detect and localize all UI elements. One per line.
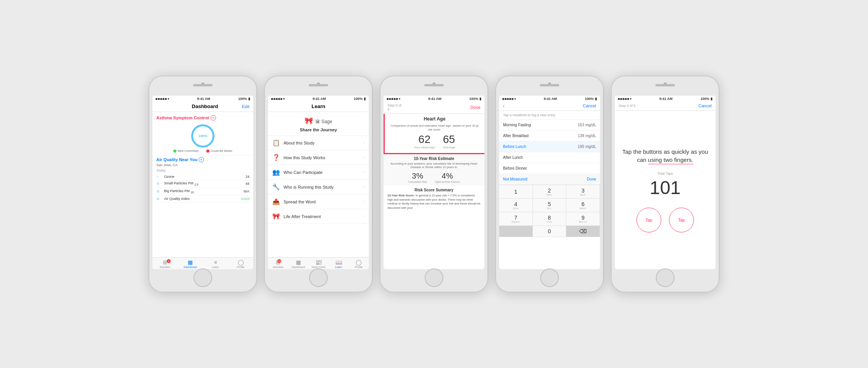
pm25-val: 44 — [246, 182, 249, 186]
signal-1 — [156, 98, 167, 100]
two-fingers-content: Tap the buttons as quickly as you can us… — [615, 111, 716, 269]
status-bar-5: ▾ 9:41 AM 100% ▮ — [615, 96, 716, 102]
battery-3: 100% — [469, 97, 478, 101]
tab-learn-1[interactable]: ≡ Learn — [203, 259, 228, 268]
status-left-3: ▾ — [387, 97, 400, 101]
key-empty — [499, 226, 533, 237]
nav-bar-1: Dashboard Edit — [152, 102, 253, 112]
battery-1: 100% — [238, 97, 247, 101]
tap-btn-right[interactable]: Tap — [669, 208, 694, 232]
air-title: Air Quality Near You ? — [156, 157, 249, 162]
key-2-main: 2 — [548, 187, 551, 194]
air-row-ozone[interactable]: ○ Ozone 24 — [156, 173, 249, 180]
log-row-morning[interactable]: Morning Fasting 163 mg/dL — [499, 120, 600, 131]
key-2[interactable]: 2ABC — [533, 185, 567, 199]
status-right-5: 100% ▮ — [700, 97, 712, 101]
key-delete[interactable]: ⌫ — [566, 226, 600, 237]
asthma-circle: 100% Well Controlled Could Be Better — [152, 122, 253, 155]
summary-title: Risk Score Summary — [387, 188, 481, 192]
risk-nums: 3% Calculated Risk 4% Optimal Risk Facto… — [387, 172, 481, 183]
back-btn-4[interactable]: ‹ — [503, 103, 505, 108]
time-2: 9:41 AM — [313, 97, 326, 101]
aqi-label: Air Quality Index — [164, 197, 241, 201]
phone-two-fingers: ▾ 9:41 AM 100% ▮ Step 4 of 5 Cancel Tap … — [611, 76, 719, 292]
battery-icon-2: ▮ — [364, 97, 366, 101]
phone-log-entry: ▾ 9:41 AM 100% ▮ ‹ Cancel Tap a mealtime… — [495, 76, 604, 292]
tab-dashboard-2[interactable]: ▦ Dashboard — [288, 259, 308, 268]
aqi-icon: ≋ — [156, 197, 164, 201]
how-label: How this Study Works — [284, 155, 361, 160]
tab-activities-2[interactable]: 13 ⊞ Activities — [268, 259, 288, 268]
tab-icon-dash-1: ▦ — [188, 259, 193, 265]
summary-section: Risk Score Summary 10-Year Risk Score: I… — [384, 186, 484, 212]
key-8-main: 8 — [548, 215, 551, 221]
tab-newsfeed-2[interactable]: 📰 News Feed — [308, 259, 329, 268]
risk-section: 10-Year Risk Estimate According to your … — [384, 153, 484, 186]
menu-spread[interactable]: 📤 Spread the Word › — [268, 194, 369, 209]
your-age-num: 65 — [443, 133, 455, 146]
pm10-icon: ❊ — [156, 189, 164, 194]
sage-label: 🏛 Sage — [315, 119, 332, 124]
learn-subtitle: Share the Journey — [300, 127, 337, 132]
done-btn-3[interactable]: Done — [470, 105, 481, 110]
tab-badge-1: 4 — [167, 259, 171, 263]
cancel-btn-5[interactable]: Cancel — [699, 103, 712, 108]
tap-btn-left[interactable]: Tap — [636, 208, 661, 232]
tab-dashboard-1[interactable]: ▦ Dashboard — [178, 259, 203, 268]
log-row-not-measured[interactable]: Not Measured Done — [499, 174, 600, 185]
menu-how[interactable]: ❓ How this Study Works › — [268, 150, 369, 165]
time-5: 9:41 AM — [659, 97, 673, 101]
asthma-legend: Well Controlled Could Be Better — [173, 149, 233, 153]
key-5[interactable]: 5JKL — [533, 199, 567, 212]
log-row-after-breakfast[interactable]: After Breakfast 138 mg/dL — [499, 131, 600, 141]
nav-bar-3: Step 9 of 9 Done — [384, 102, 484, 114]
menu-life[interactable]: 🎀 Life After Treatment › — [268, 209, 369, 224]
key-1-main: 1 — [514, 189, 517, 195]
nav-bar-2: Learn — [268, 102, 369, 112]
cancel-btn-4[interactable]: Cancel — [583, 103, 596, 108]
key-1[interactable]: 1 — [499, 185, 533, 199]
calc-risk-pct: 3% — [408, 172, 427, 181]
tab-label-act-1: Activities — [160, 266, 171, 268]
legend-well: Well Controlled — [173, 149, 199, 153]
legend-could: Could Be Better — [206, 149, 232, 153]
key-8[interactable]: 8TUV — [533, 212, 567, 226]
status-left-1: ▾ — [156, 97, 169, 101]
air-location: San Jose, CA — [156, 163, 249, 167]
menu-who-participate[interactable]: 👥 Who Can Participate › — [268, 165, 369, 180]
key-9[interactable]: 9WXYZ — [566, 212, 600, 226]
key-3[interactable]: 3DEF — [566, 185, 600, 199]
tab-label-dash-1: Dashboard — [183, 266, 197, 268]
tab-learn-2[interactable]: 📖 Learn — [329, 259, 349, 268]
log-row-before-lunch[interactable]: Before Lunch 195 mg/dL — [499, 141, 600, 152]
air-help-icon[interactable]: ? — [199, 157, 204, 162]
screen-dashboard: ▾ 9:41 AM 100% ▮ Dashboard Edit Asthma S… — [152, 96, 253, 269]
about-icon: 📋 — [272, 139, 280, 146]
phone-learn: ▾ 9:41 AM 100% ▮ Learn 🎀 🏛 Sage — [264, 76, 373, 292]
pm25-label: Small Particles PM 2.5 — [164, 181, 246, 186]
log-row-before-dinner[interactable]: Before Dinner — [499, 163, 600, 174]
asthma-help-icon[interactable]: ? — [211, 115, 216, 120]
delete-icon: ⌫ — [579, 228, 587, 234]
running-arrow: › — [364, 185, 365, 189]
menu-about[interactable]: 📋 About this Study › — [268, 136, 369, 150]
tab-activities-1[interactable]: 4 ⊞ Activities — [152, 259, 178, 268]
time-4: 9:41 AM — [544, 97, 557, 101]
nav-edit-btn[interactable]: Edit — [242, 104, 249, 109]
air-row-pm25[interactable]: ✳ Small Particles PM 2.5 44 — [156, 180, 249, 188]
key-7[interactable]: 7PQRS — [499, 212, 533, 226]
morning-val: 163 mg/dL — [578, 123, 596, 127]
done-btn-4[interactable]: Done — [587, 177, 596, 181]
key-0[interactable]: 0 — [533, 226, 567, 237]
menu-who-running[interactable]: 🔧 Who is Running this Study › — [268, 180, 369, 194]
air-row-aqi[interactable]: ≋ Air Quality Index Good — [156, 196, 249, 203]
key-4[interactable]: 4GHI — [499, 199, 533, 212]
key-9-main: 9 — [581, 215, 584, 221]
tab-profile-1[interactable]: ◯ Profile — [228, 259, 253, 268]
key-6[interactable]: 6MNO — [566, 199, 600, 212]
tab-profile-2[interactable]: ◯ Profile — [349, 259, 369, 268]
air-row-pm10[interactable]: ❊ Big Particles PM 10 N/A — [156, 188, 249, 196]
log-row-after-lunch[interactable]: After Lunch — [499, 152, 600, 163]
tap-buttons: Tap Tap — [636, 208, 694, 232]
speaker-5 — [655, 84, 675, 86]
